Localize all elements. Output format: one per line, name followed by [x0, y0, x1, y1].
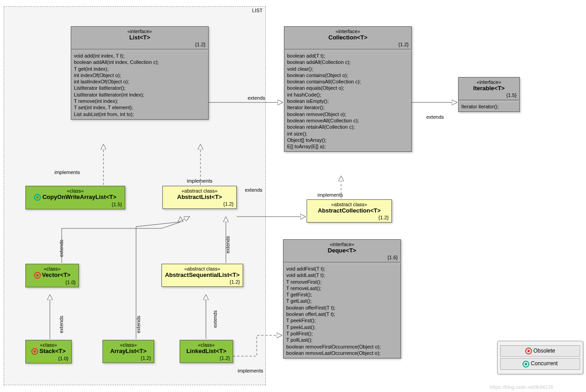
obsolete-icon	[34, 272, 41, 279]
abstractsequentiallist-name: AbstractSequentialList<T>	[165, 271, 240, 278]
list-stereotype: «interface»	[74, 29, 205, 34]
list-version: {1.2}	[71, 42, 208, 49]
class-list: «interface» List<T> {1.2} void add(int i…	[71, 26, 209, 120]
rel-extends: extends	[212, 310, 218, 328]
container-label: LIST	[252, 8, 263, 13]
stack-version: {1.0}	[26, 356, 71, 363]
rel-extends: extends	[245, 187, 263, 193]
linkedlist-name: LinkedList<T>	[183, 348, 230, 354]
copyonwrite-version: {1.5}	[26, 202, 125, 209]
rel-extends: extends	[59, 316, 64, 334]
stack-stereotype: «class»	[29, 342, 68, 348]
copyonwrite-name: CopyOnWriteArrayList<T>	[29, 194, 122, 201]
rel-implements: implements	[54, 169, 80, 175]
rel-extends: extends	[248, 95, 265, 101]
rel-implements: implements	[238, 368, 263, 373]
rel-implements: implements	[317, 192, 343, 198]
iterable-methods: Iterator iterator();	[459, 102, 519, 111]
abstractcollection-version: {1.2}	[307, 215, 391, 222]
class-iterable: «interface» Iterable<T> {1.5} Iterator i…	[458, 77, 520, 112]
abstractsequentiallist-version: {1.2}	[162, 279, 243, 286]
deque-stereotype: «interface»	[286, 242, 398, 247]
vector-stereotype: «class»	[29, 266, 76, 271]
class-stack: «class» Stack<T> {1.0}	[25, 340, 72, 363]
legend: Obsolete Concurrent	[497, 341, 583, 374]
copyonwrite-stereotype: «class»	[29, 188, 122, 194]
class-abstractsequentiallist: «abstract class» AbstractSequentialList<…	[161, 264, 243, 287]
vector-name: Vector<T>	[29, 271, 76, 279]
rel-extends: extends	[426, 114, 444, 120]
collection-name: Collection<T>	[287, 34, 409, 41]
arraylist-name: ArrayList<T>	[106, 348, 151, 354]
linkedlist-version: {1.2}	[180, 355, 233, 363]
abstractlist-name: AbstractList<T>	[166, 194, 234, 200]
watermark: https://blog.csdn.net/lk94126	[490, 384, 553, 390]
abstractlist-stereotype: «abstract class»	[166, 188, 234, 194]
list-name: List<T>	[74, 34, 205, 41]
deque-methods: void addFirst(T t);void addLast(T t);T r…	[283, 264, 400, 358]
obsolete-icon	[31, 348, 38, 355]
class-arraylist: «class» ArrayList<T> {1.2}	[103, 340, 154, 363]
legend-concurrent: Concurrent	[500, 358, 580, 369]
obsolete-icon	[525, 348, 532, 354]
abstractcollection-stereotype: «abstract class»	[310, 202, 389, 207]
rel-extends: extends	[59, 240, 64, 257]
rel-implements: implements	[187, 178, 212, 184]
class-deque: «interface» Deque<T> {1.6} void addFirst…	[283, 239, 401, 358]
collection-methods: boolean add(T t);boolean addAll(Collecti…	[284, 51, 411, 151]
concurrent-icon	[523, 361, 529, 368]
iterable-version: {1.5}	[459, 92, 519, 100]
collection-stereotype: «interface»	[287, 29, 409, 34]
class-abstractcollection: «abstract class» AbstractCollection<T> {…	[307, 199, 392, 223]
list-methods: void add(int index, T t);boolean addAll(…	[71, 51, 208, 119]
abstractsequentiallist-stereotype: «abstract class»	[165, 266, 240, 271]
vector-version: {1.0}	[26, 280, 78, 287]
iterable-stereotype: «interface»	[461, 79, 517, 85]
class-abstractlist: «abstract class» AbstractList<T> {1.2}	[162, 186, 237, 209]
class-copyonwrite: «class» CopyOnWriteArrayList<T> {1.5}	[25, 186, 125, 209]
abstractlist-version: {1.2}	[163, 201, 236, 208]
collection-version: {1.2}	[284, 42, 411, 49]
class-vector: «class» Vector<T> {1.0}	[25, 264, 79, 287]
legend-obsolete: Obsolete	[500, 345, 580, 357]
linkedlist-stereotype: «class»	[183, 342, 230, 348]
deque-version: {1.6}	[283, 255, 400, 262]
rel-extends: extends	[136, 316, 141, 334]
arraylist-version: {1.2}	[103, 355, 154, 363]
rel-extends: extends	[225, 236, 230, 254]
stack-name: Stack<T>	[29, 348, 68, 355]
arraylist-stereotype: «class»	[106, 342, 151, 348]
abstractcollection-name: AbstractCollection<T>	[310, 207, 389, 214]
concurrent-icon	[34, 194, 41, 201]
class-collection: «interface» Collection<T> {1.2} boolean …	[284, 26, 412, 152]
iterable-name: Iterable<T>	[461, 85, 517, 92]
class-linkedlist: «class» LinkedList<T> {1.2}	[180, 340, 233, 363]
deque-name: Deque<T>	[286, 247, 398, 254]
